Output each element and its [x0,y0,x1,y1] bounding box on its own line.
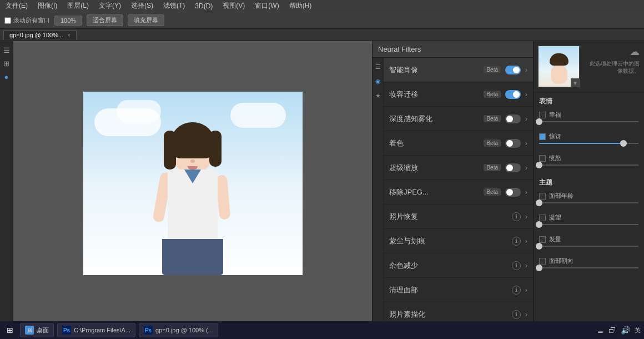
start-button[interactable]: ⊞ [3,323,17,337]
tab-close-btn[interactable]: × [67,32,71,38]
slider-label: 愤怒 [549,154,561,162]
main-area: ☰ ⊞ ● [0,41,644,326]
toggle-knob [513,91,520,98]
menu-window[interactable]: 窗口(W) [253,0,281,12]
filter-item[interactable]: 杂色减少ℹ› [384,253,533,278]
filter-item[interactable]: 移除JPEG...Beta› [384,180,533,205]
girl-figure [137,119,248,275]
filter-item-name: 杂色减少 [389,261,507,271]
canvas-background [13,41,372,326]
taskbar-ps-image[interactable]: Ps gp=0.jpg @ 100% (... [139,323,218,337]
filter-icon[interactable]: ☰ [1,44,12,56]
taskbar-minimize-icon[interactable]: 🗕 [596,326,604,335]
scroll-all-windows-checkbox[interactable] [4,17,11,24]
filter-expand-arrow[interactable]: › [525,139,527,147]
sidebar-icon-star[interactable]: ★ [374,91,383,100]
scroll-all-windows-label[interactable]: 滚动所有窗口 [4,16,50,24]
slider-thumb[interactable] [536,200,542,206]
menu-3d[interactable]: 3D(D) [193,1,215,11]
filter-expand-arrow[interactable]: › [525,213,527,221]
slider-checkbox[interactable] [539,155,546,162]
filter-expand-arrow[interactable]: › [525,262,527,270]
toggle-knob [506,140,513,147]
filter-toggle[interactable] [505,188,521,197]
slider-track[interactable] [539,121,638,122]
fill-screen-btn[interactable]: 填充屏幕 [128,14,164,26]
subject-sliders: 面部年龄凝望发量面部朝向 [534,190,644,276]
active-tool-icon[interactable]: ● [1,71,12,82]
filter-item[interactable]: 超级缩放Beta› [384,156,533,180]
slider-thumb[interactable] [536,162,542,168]
filter-expand-arrow[interactable]: › [525,237,527,245]
layers-icon[interactable]: ⊞ [1,58,12,69]
slider-thumb[interactable] [536,118,542,125]
slider-checkbox[interactable] [539,193,546,200]
taskbar-volume-icon[interactable]: 🔊 [621,326,630,335]
slider-track[interactable] [539,202,638,203]
filter-info-icon[interactable]: ℹ [512,212,521,221]
slider-thumb[interactable] [536,243,542,250]
slider-track[interactable] [539,267,638,268]
filter-expand-arrow[interactable]: › [525,91,527,98]
slider-track[interactable] [539,224,638,225]
cloud-upload-icon: ☁ [630,46,640,58]
taskbar-ps-files[interactable]: Ps C:\Program Files\A... [57,323,135,337]
filter-toggle[interactable] [505,90,521,99]
menu-select[interactable]: 选择(S) [129,0,155,12]
taskbar-desktop[interactable]: 🖥 桌面 [20,323,54,337]
filter-expand-arrow[interactable]: › [525,66,527,74]
filter-item[interactable]: 妆容迁移Beta› [384,82,533,107]
menu-image[interactable]: 图像(I) [36,0,59,12]
filter-toggle[interactable] [505,66,521,74]
slider-track[interactable] [539,143,638,144]
menu-filter[interactable]: 滤镜(T) [161,0,187,12]
slider-track[interactable] [539,246,638,247]
slider-checkbox[interactable] [539,133,546,140]
slider-checkbox[interactable] [539,236,546,243]
filter-item[interactable]: 着色Beta› [384,131,533,156]
slider-track[interactable] [539,164,638,166]
filter-expand-arrow[interactable]: › [525,115,527,123]
preview-dropdown-btn[interactable]: ▼ [571,78,580,87]
filter-expand-arrow[interactable]: › [525,311,527,318]
filter-item[interactable]: 照片恢复ℹ› [384,205,533,229]
filter-info-icon[interactable]: ℹ [512,237,521,246]
taskbar-lang: 英 [635,326,641,335]
fit-screen-btn[interactable]: 适合屏幕 [87,14,123,26]
menu-file[interactable]: 文件(E) [3,0,30,12]
filter-toggle[interactable] [505,114,521,123]
sidebar-icon-filter[interactable]: ☰ [374,62,383,71]
menu-view[interactable]: 视图(V) [220,0,247,12]
taskbar-copy-icon[interactable]: 🗗 [608,326,616,335]
zoom-level-btn[interactable]: 100% [54,16,82,26]
menu-type[interactable]: 文字(Y) [97,0,123,12]
tab-item[interactable]: gp=0.jpg @ 100% ... × [3,30,77,39]
taskbar-right: 🗕 🗗 🔊 英 [596,326,641,335]
preview-hair [550,53,568,66]
filter-info-icon[interactable]: ℹ [512,310,521,319]
filter-item[interactable]: 智能肖像Beta› [384,58,533,82]
menu-layer[interactable]: 图层(L) [65,0,91,12]
slider-checkbox[interactable] [539,112,546,118]
filter-toggle[interactable] [505,139,521,148]
filter-item[interactable]: 深度感知雾化Beta› [384,107,533,131]
slider-label-row: 幸福 [539,111,638,119]
slider-label-row: 发量 [539,235,638,243]
menu-help[interactable]: 帮助(H) [287,0,314,12]
sidebar-icon-layers[interactable]: ◉ [374,77,383,86]
slider-thumb[interactable] [536,265,542,271]
slider-checkbox[interactable] [539,258,546,265]
filter-info-icon[interactable]: ℹ [512,286,521,295]
slider-checkbox[interactable] [539,215,546,221]
slider-thumb[interactable] [536,221,542,228]
filter-info-icon[interactable]: ℹ [512,261,521,270]
slider-thumb[interactable] [620,140,627,147]
filter-expand-arrow[interactable]: › [525,286,527,294]
filter-expand-arrow[interactable]: › [525,188,527,196]
filter-expand-arrow[interactable]: › [525,164,527,172]
canvas-area[interactable] [13,41,372,326]
filter-item[interactable]: 清理面部ℹ› [384,278,533,302]
filter-toggle[interactable] [505,163,521,172]
filter-item-name: 清理面部 [389,285,507,295]
filter-item[interactable]: 蒙尘与划痕ℹ› [384,229,533,253]
